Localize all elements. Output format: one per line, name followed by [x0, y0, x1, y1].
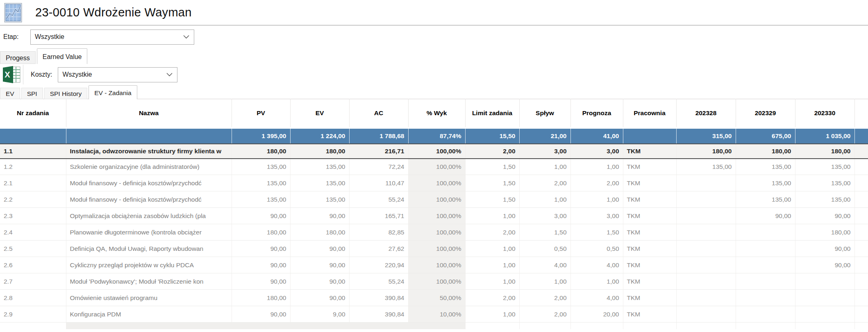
- cell-limit-zadania[interactable]: 2,00: [465, 290, 519, 306]
- cell-ev[interactable]: 90,00: [290, 290, 349, 306]
- cell-pv[interactable]: 135,00: [232, 159, 290, 175]
- table-row[interactable]: 2.1Moduł finansowy - definicja kosztów/p…: [0, 175, 868, 191]
- cell-splyw[interactable]: 2,00: [519, 306, 570, 323]
- cell-ev[interactable]: 90,00: [290, 257, 349, 273]
- cell-splyw[interactable]: 3,00: [519, 144, 570, 159]
- column-header-202330[interactable]: 202330: [795, 99, 854, 128]
- cell-extra[interactable]: [854, 290, 868, 306]
- table-row[interactable]: 2.5Definicja QA, Moduł Uwagi, Raporty wb…: [0, 241, 868, 257]
- cell-nazwa[interactable]: Moduł finansowy - definicja kosztów/przy…: [66, 191, 232, 208]
- cell-nr-zadania[interactable]: 2.7: [0, 273, 66, 290]
- cell-wyk[interactable]: 100,00%: [408, 208, 465, 224]
- column-header-prognoza[interactable]: Prognoza: [570, 99, 623, 128]
- cell-202330[interactable]: [795, 290, 854, 306]
- cell-202329[interactable]: [736, 306, 795, 323]
- cell-202328[interactable]: [676, 257, 736, 273]
- cell-202329[interactable]: [736, 224, 795, 241]
- cell-ac[interactable]: 110,47: [349, 175, 408, 191]
- cell-nazwa[interactable]: Instalacja, odwzorowanie struktury firmy…: [66, 144, 232, 159]
- cell-extra[interactable]: [854, 191, 868, 208]
- cell-ev[interactable]: 90,00: [290, 241, 349, 257]
- cell-prognoza[interactable]: 1,00: [570, 159, 623, 175]
- cell-nr-zadania[interactable]: 1.2: [0, 159, 66, 175]
- cell-limit-zadania[interactable]: 1,00: [465, 306, 519, 323]
- cell-prognoza[interactable]: 1,00: [570, 191, 623, 208]
- table-row[interactable]: 2.6Cykliczny przegląd projektów w cyklu …: [0, 257, 868, 273]
- column-header-202328[interactable]: 202328: [676, 99, 736, 128]
- etap-select[interactable]: Wszystkie: [30, 30, 194, 45]
- cell-202330[interactable]: 180,00: [795, 144, 854, 159]
- cell-202328[interactable]: [676, 273, 736, 290]
- cell-ac[interactable]: 390,84: [349, 306, 408, 323]
- cell-pracownia[interactable]: TKM: [623, 224, 676, 241]
- cell-ev[interactable]: 135,00: [290, 159, 349, 175]
- cell-202328[interactable]: 135,00: [676, 159, 736, 175]
- cell-pv[interactable]: 90,00: [232, 208, 290, 224]
- cell-pv[interactable]: 135,00: [232, 175, 290, 191]
- cell-nr-zadania[interactable]: 2.8: [0, 290, 66, 306]
- cell-nr-zadania[interactable]: 2.5: [0, 241, 66, 257]
- cell-splyw[interactable]: 3,00: [519, 208, 570, 224]
- cell-extra[interactable]: [854, 208, 868, 224]
- cell-202330[interactable]: 90,00: [795, 257, 854, 273]
- cell-202328[interactable]: 180,00: [676, 144, 736, 159]
- koszty-select[interactable]: Wszystkie: [58, 67, 177, 82]
- column-header-pv[interactable]: PV: [232, 99, 290, 128]
- cell-202328[interactable]: [676, 224, 736, 241]
- cell-pv[interactable]: 180,00: [232, 144, 290, 159]
- cell-limit-zadania[interactable]: 1,50: [465, 159, 519, 175]
- cell-202329[interactable]: [736, 290, 795, 306]
- column-header-nazwa[interactable]: Nazwa: [66, 99, 232, 128]
- cell-extra[interactable]: [854, 144, 868, 159]
- cell-splyw[interactable]: 1,00: [519, 191, 570, 208]
- cell-202328[interactable]: [676, 175, 736, 191]
- cell-ev[interactable]: 135,00: [290, 175, 349, 191]
- cell-wyk[interactable]: 100,00%: [408, 257, 465, 273]
- cell-202329[interactable]: [736, 241, 795, 257]
- cell-prognoza[interactable]: 20,00: [570, 306, 623, 323]
- cell-nr-zadania[interactable]: 2.2: [0, 191, 66, 208]
- cell-ev[interactable]: 90,00: [290, 273, 349, 290]
- cell-202330[interactable]: 135,00: [795, 159, 854, 175]
- cell-nazwa[interactable]: Konfiguracja PDM: [66, 306, 232, 323]
- table-row[interactable]: 2.7Moduł 'Podwykonawcy'; Moduł 'Rozlicze…: [0, 273, 868, 290]
- cell-extra[interactable]: [854, 159, 868, 175]
- cell-pracownia[interactable]: TKM: [623, 273, 676, 290]
- column-header-limit-zadania[interactable]: Limit zadania: [465, 99, 519, 128]
- cell-202330[interactable]: 135,00: [795, 175, 854, 191]
- cell-202330[interactable]: 180,00: [795, 224, 854, 241]
- cell-202330[interactable]: 135,00: [795, 191, 854, 208]
- cell-splyw[interactable]: 1,00: [519, 273, 570, 290]
- cell-limit-zadania[interactable]: 2,00: [465, 224, 519, 241]
- cell-prognoza[interactable]: 4,00: [570, 290, 623, 306]
- cell-prognoza[interactable]: 0,50: [570, 241, 623, 257]
- cell-ac[interactable]: 216,71: [349, 144, 408, 159]
- cell-pv[interactable]: 90,00: [232, 273, 290, 290]
- cell-wyk[interactable]: 100,00%: [408, 191, 465, 208]
- cell-wyk[interactable]: 10,00%: [408, 306, 465, 323]
- cell-ac[interactable]: 55,24: [349, 273, 408, 290]
- cell-202329[interactable]: [736, 273, 795, 290]
- cell-ev[interactable]: 180,00: [290, 224, 349, 241]
- table-row[interactable]: 2.2Moduł finansowy - definicja kosztów/p…: [0, 191, 868, 208]
- tab-progess[interactable]: Progess: [0, 51, 36, 64]
- cell-202330[interactable]: 90,00: [795, 208, 854, 224]
- cell-splyw[interactable]: 4,00: [519, 257, 570, 273]
- cell-202328[interactable]: [676, 306, 736, 323]
- cell-limit-zadania[interactable]: 2,00: [465, 144, 519, 159]
- cell-extra[interactable]: [854, 273, 868, 290]
- cell-splyw[interactable]: 1,00: [519, 159, 570, 175]
- cell-ac[interactable]: 220,94: [349, 257, 408, 273]
- cell-nazwa[interactable]: Cykliczny przegląd projektów w cyklu PDC…: [66, 257, 232, 273]
- cell-202329[interactable]: 90,00: [736, 208, 795, 224]
- cell-ev[interactable]: 9,00: [290, 306, 349, 323]
- cell-202328[interactable]: [676, 191, 736, 208]
- cell-ev[interactable]: 90,00: [290, 208, 349, 224]
- column-header-202329[interactable]: 202329: [736, 99, 795, 128]
- cell-nazwa[interactable]: Definicja QA, Moduł Uwagi, Raporty wbudo…: [66, 241, 232, 257]
- cell-splyw[interactable]: 0,50: [519, 241, 570, 257]
- cell-nazwa[interactable]: Optymalizacja obciążenia zasobów ludzkic…: [66, 208, 232, 224]
- cell-wyk[interactable]: 100,00%: [408, 224, 465, 241]
- cell-ev[interactable]: 180,00: [290, 144, 349, 159]
- cell-prognoza[interactable]: 3,00: [570, 208, 623, 224]
